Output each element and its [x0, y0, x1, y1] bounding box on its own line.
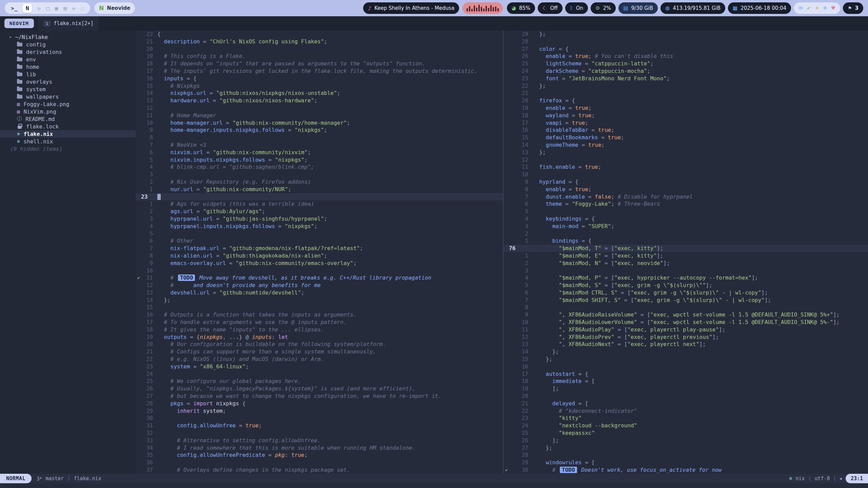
code-line[interactable]: 18 # It depends on "inputs" that are pas…	[136, 60, 503, 67]
code-line[interactable]: 3 hyprpanel.url = "github:jas-singhfsu/h…	[136, 215, 503, 223]
code-line[interactable]: 27 color = {	[504, 45, 868, 53]
code-line[interactable]: 15	[136, 304, 503, 311]
code-line[interactable]: 29 windowrules = [	[504, 459, 868, 466]
code-line[interactable]: 23 font = "JetBrainsMono Nerd Font Mono"…	[504, 75, 868, 82]
brightness-icon[interactable]: ☀	[815, 5, 819, 11]
code-line[interactable]: 12 # and doesn't provide any benefits fo…	[136, 282, 503, 289]
code-line[interactable]: 26 # Usually, "nixpkgs.legacyPackages.${…	[136, 385, 503, 392]
code-line[interactable]: 5 "$mainMod, S" = ["exec, grim -g \"$(sl…	[504, 282, 868, 289]
code-line[interactable]: 14 gnomeTheme = true;	[504, 141, 868, 149]
code-line[interactable]: 21	[504, 89, 868, 97]
code-line[interactable]: 2	[504, 230, 868, 238]
code-line[interactable]: 35 config.allowUnfreePredicate = pkg: tr…	[136, 451, 503, 459]
code-line[interactable]: 4 "$mainMod, P" = ["exec, hyprpicker --a…	[504, 274, 868, 282]
code-line[interactable]: 33 # Alternative to setting config.allow…	[136, 437, 503, 444]
code-line[interactable]: 9 ", XF86AudioRaiseVolume" = ["exec, wpc…	[504, 311, 868, 319]
code-line[interactable]: 27 # but because we want to change the n…	[136, 392, 503, 400]
code-line[interactable]: 18 # It gives the name "inputs" to the .…	[136, 326, 503, 333]
tree-item-overlays[interactable]: overlays	[0, 78, 136, 85]
media-player[interactable]: ♪ Keep Shelly In Athens - Medusa	[363, 2, 459, 14]
code-line[interactable]: 4 keybindings = {	[504, 215, 868, 223]
code-line[interactable]: 20	[136, 45, 503, 53]
tree-item-foggy-lake-png[interactable]: ▨Foggy-Lake.png	[0, 100, 136, 108]
check-icon[interactable]: ✔	[807, 5, 811, 11]
code-line[interactable]: 22 # "kdeconnect-indicator"	[504, 407, 868, 415]
code-line[interactable]: 23	[136, 193, 503, 201]
code-line[interactable]: 17 vaapi = true;	[504, 119, 868, 127]
workspace-8-icon[interactable]: ◌	[81, 5, 84, 12]
code-line[interactable]: 3	[504, 267, 868, 274]
code-line[interactable]: 13 devshell.url = "github:numtide/devshe…	[136, 289, 503, 297]
code-line[interactable]: 3 main-mod = "SUPER";	[504, 223, 868, 230]
tree-item-derivations[interactable]: derivations	[0, 48, 136, 56]
code-line[interactable]: 25 lightScheme = "catppuccin-latte";	[504, 60, 868, 67]
code-line[interactable]: 19 ];	[504, 385, 868, 392]
code-line[interactable]: 6 # Other	[136, 237, 503, 245]
tree-item--nixflake[interactable]: ▾~/NixFlake	[0, 33, 136, 41]
heart-icon[interactable]: ♥	[831, 5, 835, 11]
code-line[interactable]: 13 hardware.url = "github:nixos/nixos-ha…	[136, 97, 503, 104]
code-line[interactable]: 8	[504, 304, 868, 311]
code-line[interactable]: ✔11 # TODO Move away from devshell, as i…	[136, 274, 503, 282]
code-line[interactable]: 24	[136, 370, 503, 378]
code-line[interactable]: 18 wayland = true;	[504, 112, 868, 119]
code-line[interactable]: 29 inherit system;	[136, 407, 503, 415]
code-line[interactable]: 4 hyprpanel.inputs.nixpkgs.follows = "ni…	[136, 223, 503, 230]
code-line[interactable]: 2 ags.url = "github:Aylur/ags";	[136, 208, 503, 215]
code-line[interactable]: 24 darkScheme = "catppuccin-mocha";	[504, 67, 868, 75]
workspace-switcher[interactable]: >_N↻▢▣▤✉◌	[5, 2, 90, 14]
code-line[interactable]: 25 "keepassxc"	[504, 429, 868, 437]
mail-icon[interactable]: ✉	[798, 5, 803, 11]
code-line[interactable]: 7 dunst.enable = false; # Disable for hy…	[504, 193, 868, 201]
workspace-3-icon[interactable]: ↻	[37, 5, 41, 12]
code-line[interactable]: 27 };	[504, 444, 868, 452]
code-line[interactable]: 24 "nextcloud --background"	[504, 422, 868, 429]
tree-item-config[interactable]: config	[0, 41, 136, 48]
code-line[interactable]: 15 defaultBookmarks = true;	[504, 134, 868, 141]
code-line[interactable]: 19 enable = true;	[504, 104, 868, 112]
code-line[interactable]: ✔30 # TODO Doesn't work, use focus_on_ac…	[504, 466, 868, 474]
workspace-neovim-icon[interactable]: N	[23, 4, 32, 13]
code-line[interactable]: 17 # The inputs' git revisions get locke…	[136, 67, 503, 75]
clock-module[interactable]: ▦2025-06-18 00:04	[728, 2, 791, 14]
system-tray[interactable]: ✉✔☀❄♥	[794, 2, 840, 14]
workspace-7-icon[interactable]: ✉	[72, 5, 76, 12]
code-line[interactable]: 1 nur.url = "github:nix-community/NUR";	[136, 186, 503, 193]
code-line[interactable]: 20 # Our configuration is buildable on t…	[136, 341, 503, 348]
code-line[interactable]: 20	[504, 392, 868, 400]
code-line[interactable]: 8	[136, 134, 503, 141]
code-line[interactable]: 29 };	[504, 30, 868, 38]
code-line[interactable]: 10 ", XF86AudioLowerVolume" = ["exec, wp…	[504, 319, 868, 326]
workspace-6-icon[interactable]: ▤	[63, 5, 67, 12]
code-line[interactable]: 16 inputs = {	[136, 75, 503, 82]
code-line[interactable]: 8 enable = true;	[504, 186, 868, 193]
tree-item-flake-lock[interactable]: flake.lock	[0, 123, 136, 130]
code-line[interactable]: 23 "kitty"	[504, 414, 868, 422]
code-line[interactable]: 30	[136, 414, 503, 422]
code-line[interactable]: 1 # Ags for widgets (this was a terrible…	[136, 200, 503, 208]
code-line[interactable]: 19 outputs = {nixpkgs, ...} @ inputs: le…	[136, 333, 503, 341]
tab-neovim[interactable]: NEOVIM	[4, 19, 34, 28]
idle-inhibitor-module[interactable]: ☾Off	[538, 2, 563, 14]
code-line[interactable]: 14 };	[504, 348, 868, 355]
tree-item-shell-nix[interactable]: ❄shell.nix	[0, 138, 136, 145]
code-line[interactable]: 9 home-manager.inputs.nixpkgs.follows = …	[136, 126, 503, 134]
code-line[interactable]: 12	[504, 156, 868, 164]
code-line[interactable]: 9 hyprland = {	[504, 178, 868, 186]
memory-module[interactable]: ▤9/30 GiB	[618, 2, 658, 14]
code-line[interactable]: 10	[136, 267, 503, 274]
code-line[interactable]: 10 home-manager.url = "github:nix-commun…	[136, 119, 503, 127]
tree-item-env[interactable]: env	[0, 56, 136, 63]
workspace-4-icon[interactable]: ▢	[46, 5, 50, 12]
code-line[interactable]: 17 # To handle extra arguments we use th…	[136, 319, 503, 326]
code-line[interactable]: 12	[136, 104, 503, 112]
code-line[interactable]: 2 # Nix User Repository (e.g. Firefox ad…	[136, 178, 503, 186]
code-line[interactable]: 12 ", XF86AudioPrev" = ["exec, playerctl…	[504, 333, 868, 341]
workspace-5-icon[interactable]: ▣	[55, 5, 58, 12]
bluetooth-module[interactable]: ᛒOn	[565, 2, 588, 14]
code-line[interactable]: 9 emacs-overlay.url = "github:nix-commun…	[136, 260, 503, 267]
code-line[interactable]: 28 pkgs = import nixpkgs {	[136, 400, 503, 407]
code-line[interactable]: 21 description = "ChUrl's NixOS config u…	[136, 38, 503, 45]
code-line[interactable]: 14 nixpkgs.url = "github:nixos/nixpkgs/n…	[136, 89, 503, 97]
code-line[interactable]: 36	[136, 459, 503, 466]
